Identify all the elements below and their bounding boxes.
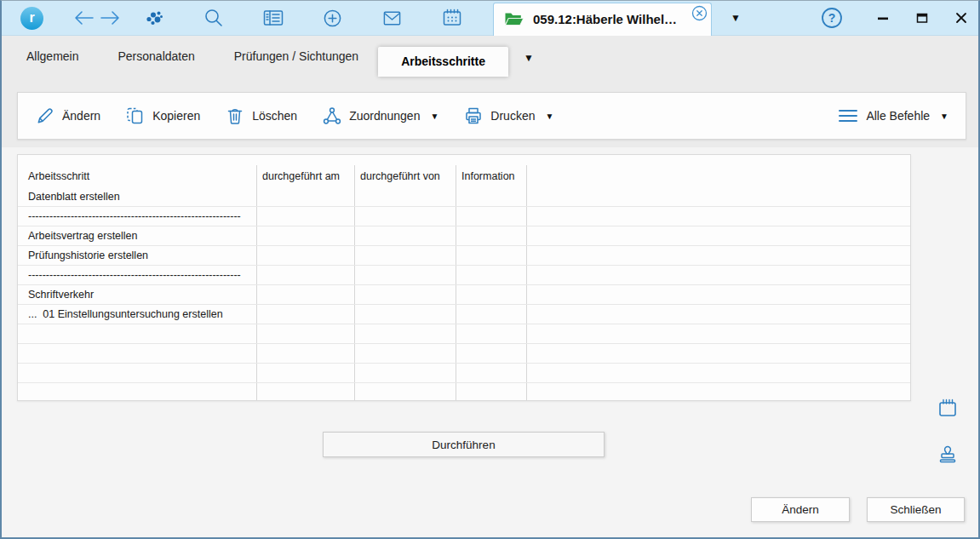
table-cell: ... 01 Einstellungsuntersuchung erstelle… — [18, 305, 257, 324]
mail-icon[interactable] — [382, 9, 402, 28]
table-cell — [456, 246, 527, 265]
table-body: Datenblatt erstellen--------------------… — [18, 187, 910, 401]
schliessen-button[interactable]: Schließen — [867, 497, 965, 522]
table-cell — [257, 383, 355, 401]
workflow-cluster-icon[interactable] — [144, 8, 164, 28]
table-cell-filler — [527, 187, 910, 206]
table-cell — [456, 383, 527, 401]
table-row[interactable]: Schriftverkehr — [18, 285, 910, 305]
tab-bar: Allgemein Personaldaten Prüfungen / Sich… — [2, 36, 978, 77]
calendar-icon[interactable] — [442, 8, 462, 28]
table-cell — [355, 383, 456, 401]
minimize-icon[interactable] — [877, 12, 889, 24]
tab-allgemein[interactable]: Allgemein — [7, 36, 98, 77]
forward-arrow-icon[interactable] — [100, 9, 122, 26]
dropdown-caret-icon: ▼ — [545, 112, 553, 121]
svg-text:?: ? — [828, 11, 836, 25]
table-row[interactable]: ----------------------------------------… — [18, 266, 910, 285]
table-cell — [257, 305, 355, 324]
column-header-arbeitsschritt[interactable]: Arbeitsschritt — [18, 165, 257, 187]
table-row[interactable] — [18, 364, 910, 383]
table-cell — [355, 364, 456, 382]
printer-icon — [464, 106, 483, 125]
table-row[interactable]: ----------------------------------------… — [18, 207, 910, 226]
document-tab[interactable]: 059.12:Häberle Wilhel… — [493, 3, 712, 36]
tab-personaldaten[interactable]: Personaldaten — [98, 36, 214, 77]
table-row[interactable] — [18, 383, 910, 401]
hamburger-icon — [838, 108, 858, 123]
stamp-icon[interactable] — [935, 442, 960, 467]
durchfuehren-button[interactable]: Durchführen — [323, 432, 605, 457]
assignments-icon — [323, 106, 341, 125]
table-header-row: Arbeitsschritt durchgeführt am durchgefü… — [18, 165, 910, 187]
table-cell-filler — [527, 383, 910, 401]
tab-pruefungen-sichtungen[interactable]: Prüfungen / Sichtungen — [215, 36, 378, 77]
alle-befehle-label: Alle Befehle — [866, 109, 930, 123]
table-cell: Arbeitsvertrag erstellen — [18, 226, 257, 245]
column-header-durchgefuehrt-am[interactable]: durchgeführt am — [257, 165, 355, 187]
table-cell — [257, 266, 355, 284]
table-row[interactable] — [18, 344, 910, 364]
table-cell — [257, 344, 355, 363]
search-icon[interactable] — [203, 8, 224, 28]
table-cell: ----------------------------------------… — [18, 207, 257, 226]
column-header-information[interactable]: Information — [456, 165, 527, 187]
title-bar: r — [2, 1, 978, 36]
table-cell — [456, 207, 527, 226]
news-icon[interactable] — [263, 8, 284, 28]
app-window: r — [0, 0, 980, 539]
column-header-durchgefuehrt-von[interactable]: durchgeführt von — [355, 165, 456, 187]
document-close-icon[interactable] — [691, 5, 708, 21]
toolbar: Ändern Kopieren Löschen Zuordnungen ▼ — [17, 92, 966, 140]
table-cell-filler — [527, 344, 910, 363]
table-cell — [456, 266, 527, 284]
table-cell — [18, 383, 257, 401]
table-cell-filler — [527, 246, 910, 265]
table-row[interactable] — [18, 324, 910, 344]
copy-icon — [126, 106, 145, 125]
drucken-button[interactable]: Drucken ▼ — [464, 106, 553, 125]
table-cell — [456, 285, 527, 304]
table-cell-filler — [527, 207, 910, 226]
table-row[interactable]: ... 01 Einstellungsuntersuchung erstelle… — [18, 305, 910, 324]
tab-overflow-caret-icon[interactable]: ▼ — [524, 53, 534, 63]
maximize-icon[interactable] — [916, 12, 928, 24]
add-circle-icon[interactable] — [323, 9, 342, 28]
table-row[interactable]: Datenblatt erstellen — [18, 187, 910, 207]
table-cell-filler — [527, 305, 910, 324]
table-cell — [257, 226, 355, 245]
table-cell — [355, 266, 456, 284]
table-cell-filler — [527, 285, 910, 304]
column-header-filler — [527, 165, 910, 187]
help-icon[interactable]: ? — [821, 7, 843, 29]
kopieren-button[interactable]: Kopieren — [126, 106, 200, 125]
app-logo-icon[interactable]: r — [20, 7, 43, 30]
table-row[interactable]: Arbeitsvertrag erstellen — [18, 226, 910, 246]
aendern-button[interactable]: Ändern — [35, 106, 100, 126]
table-cell — [257, 364, 355, 382]
alle-befehle-button[interactable]: Alle Befehle ▼ — [838, 108, 948, 123]
trash-icon — [226, 106, 244, 125]
table-cell: Prüfungshistorie erstellen — [18, 246, 257, 265]
pencil-icon — [35, 106, 54, 126]
titlebar-dropdown-caret-icon[interactable]: ▼ — [731, 13, 741, 23]
notepad-icon[interactable] — [935, 396, 960, 421]
table-row[interactable]: Prüfungshistorie erstellen — [18, 246, 910, 266]
aendern-footer-button[interactable]: Ändern — [751, 497, 850, 522]
close-icon[interactable] — [955, 12, 967, 24]
table-cell — [257, 207, 355, 226]
document-title: 059.12:Häberle Wilhel… — [533, 12, 677, 26]
back-arrow-icon[interactable] — [72, 9, 95, 26]
loeschen-button[interactable]: Löschen — [226, 106, 297, 125]
zuordnungen-button[interactable]: Zuordnungen ▼ — [323, 106, 438, 125]
dropdown-caret-icon: ▼ — [940, 112, 948, 121]
table-cell-filler — [527, 226, 910, 245]
table-cell — [456, 305, 527, 324]
zuordnungen-label: Zuordnungen — [349, 109, 420, 123]
table-cell — [18, 324, 257, 343]
tab-arbeitsschritte[interactable]: Arbeitsschritte — [378, 47, 508, 77]
table-cell — [355, 246, 456, 265]
table-cell — [456, 364, 527, 382]
table-cell — [257, 246, 355, 265]
table-cell — [355, 187, 456, 206]
